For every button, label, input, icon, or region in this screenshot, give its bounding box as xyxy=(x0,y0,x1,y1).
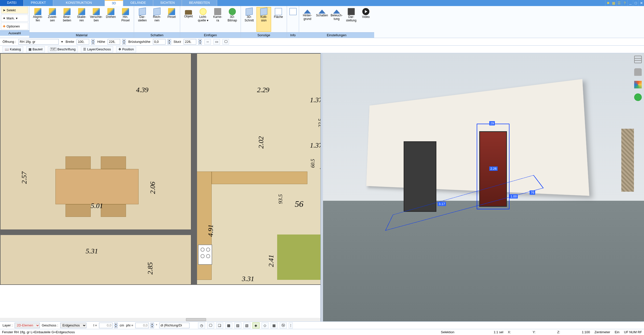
mark-label: Mark. xyxy=(7,16,15,20)
ribbon-material-0[interactable]: Abgrei-fen xyxy=(30,7,45,32)
ribbon-schatten-0[interactable]: Dar-stellen xyxy=(135,7,150,32)
tree-icon[interactable] xyxy=(634,93,642,101)
horizontal-scrollbar[interactable] xyxy=(0,318,320,321)
tab-gelaende[interactable]: GELÄNDE xyxy=(123,0,153,6)
ribbon-label: Drehen xyxy=(106,15,116,19)
grid-icon[interactable]: ▦ xyxy=(271,322,278,328)
tool-icon-3[interactable]: ☰ xyxy=(616,0,622,6)
bottom-toolbar: Layer : 2D-Elemen Geschoss : Erdgeschos … xyxy=(0,321,644,329)
ribbon-einfügen-0[interactable]: Objekt xyxy=(181,7,196,32)
l-up[interactable]: ▲ xyxy=(114,323,118,325)
ribbon-einstellungen-0[interactable]: Hinter-grund xyxy=(300,7,315,32)
height-up[interactable]: ▲ xyxy=(122,39,126,42)
screen-icon[interactable]: 🖵 xyxy=(207,322,214,328)
overlay-icon[interactable]: ◇ xyxy=(262,322,269,328)
tab-konstruktion[interactable]: KONSTRUKTION xyxy=(53,0,105,6)
l-input[interactable] xyxy=(99,323,113,328)
tab-3d[interactable]: 3D xyxy=(105,0,123,6)
ribbon-einstellungen-2[interactable]: Beleuch-tung xyxy=(329,7,344,32)
hflip-icon[interactable]: ↔ xyxy=(204,39,211,45)
layer-geschoss-button[interactable]: ☰Layer/Geschoss xyxy=(81,46,113,52)
view-splitter[interactable] xyxy=(321,53,323,321)
l-down[interactable]: ▼ xyxy=(114,325,118,328)
ribbon-material-3[interactable]: Skalie-ren xyxy=(74,7,89,32)
plan-view-2d[interactable]: 4.39 2.29 1.37 22.5 1.37 60.5 37 2.02 5.… xyxy=(0,53,321,321)
lintel-input[interactable] xyxy=(184,39,196,45)
tool-icon-1[interactable]: ✖ xyxy=(605,0,611,6)
palette-icon[interactable] xyxy=(634,81,642,88)
sill-up[interactable]: ▲ xyxy=(168,39,171,42)
hatch2-icon[interactable]: ▧ xyxy=(243,322,250,328)
dim-c: 1.37 xyxy=(310,96,321,104)
lintel-up[interactable]: ▲ xyxy=(198,39,202,42)
colorstack-icon[interactable]: ▩ xyxy=(225,322,232,328)
status-ein: Ein xyxy=(615,330,620,334)
select-button[interactable]: ➤ Selekt xyxy=(1,7,28,14)
ribbon-sonstige-2[interactable]: Fläche xyxy=(271,7,286,32)
options-button[interactable]: ✚ Optionen xyxy=(1,23,28,30)
ribbon-einstellungen-3[interactable]: Dar-stellung xyxy=(344,7,359,32)
tab-projekt[interactable]: PROJEKT xyxy=(24,0,53,6)
position-button[interactable]: ✥Position xyxy=(116,46,136,52)
ribbon-material-5[interactable]: Drehen xyxy=(104,7,118,32)
phi-up[interactable]: ▲ xyxy=(150,323,154,325)
katalog-button[interactable]: 📖Katalog xyxy=(3,46,23,52)
ribbon-material-1[interactable]: Zuwei-sen xyxy=(45,7,60,32)
dim-p: 3.31 xyxy=(242,275,254,283)
ribbon-einfügen-3[interactable]: 3D-Bitmap xyxy=(225,7,240,32)
book-icon: 📖 xyxy=(5,47,9,51)
height-down[interactable]: ▼ xyxy=(122,42,126,45)
opening-select[interactable] xyxy=(18,39,59,45)
tool-icon-2[interactable]: ▦ xyxy=(611,0,616,6)
more-icon[interactable]: ⋮ xyxy=(289,322,293,328)
square-icon[interactable]: ▭ xyxy=(213,39,220,45)
ribbon-einstellungen-1[interactable]: Schatten xyxy=(315,7,329,32)
ribbon-label: tung xyxy=(334,17,339,21)
ribbon-sonstige-1[interactable]: Kolli-sion xyxy=(256,7,271,32)
chevron-down-icon[interactable]: ▾ xyxy=(61,40,63,44)
info-button[interactable] xyxy=(288,7,298,32)
ribbon-material-4[interactable]: Verschie-ben xyxy=(89,7,104,32)
tab-sichten[interactable]: SICHTEN xyxy=(153,0,182,6)
hatch1-icon[interactable]: ▨ xyxy=(234,322,241,328)
layer-select[interactable]: 2D-Elemen xyxy=(15,323,40,328)
bauteil-button[interactable]: ▦Bauteil xyxy=(26,46,45,52)
width-down[interactable]: ▼ xyxy=(91,42,95,45)
layer3d-icon[interactable]: ◈ xyxy=(252,322,260,328)
sill-input[interactable] xyxy=(153,39,166,45)
north-icon[interactable]: Ⓝ xyxy=(280,322,287,328)
help-icon[interactable]: ? xyxy=(622,0,627,6)
sill-down[interactable]: ▼ xyxy=(168,42,171,45)
ribbon-sonstige-0[interactable]: 3D-Schnitt xyxy=(242,7,256,32)
phi-input[interactable] xyxy=(135,323,149,328)
beschriftung-button[interactable]: TXTBeschriftung xyxy=(48,46,78,52)
width-input[interactable] xyxy=(77,39,89,45)
ribbon-schatten-2[interactable]: Pinsel xyxy=(164,7,179,32)
house-icon xyxy=(333,10,340,14)
layers-icon[interactable] xyxy=(634,56,642,63)
ribbon-material-6[interactable]: Hin.Pinsel xyxy=(118,7,133,32)
furniture-icon[interactable] xyxy=(634,68,642,76)
monitor-icon[interactable]: 🖵 xyxy=(222,39,229,45)
mark-button[interactable]: ✦ Mark. ▾ xyxy=(1,15,28,22)
height-input[interactable] xyxy=(108,39,120,45)
ribbon-material-2[interactable]: Bear-beiten xyxy=(60,7,74,32)
clock-icon[interactable]: ◷ xyxy=(198,322,205,328)
ribbon-einfügen-1[interactable]: Licht-quelle ▾ xyxy=(196,7,210,32)
tab-datei[interactable]: DATEI xyxy=(0,0,24,6)
stack-icon[interactable]: ❏ xyxy=(216,322,223,328)
lintel-down[interactable]: ▼ xyxy=(198,42,202,45)
maximize-button[interactable]: □ xyxy=(633,0,638,6)
direction-input[interactable] xyxy=(159,323,189,328)
tab-bearbeiten[interactable]: BEARBEITEN xyxy=(182,0,217,6)
close-button[interactable]: ✕ xyxy=(638,0,644,6)
ribbon-einfügen-2[interactable]: Kame-ra xyxy=(210,7,225,32)
ribbon-einstellungen-4[interactable]: Video xyxy=(359,7,373,32)
cursor-icon: ➤ xyxy=(3,8,6,12)
width-up[interactable]: ▲ xyxy=(91,39,95,42)
minimize-button[interactable]: ＿ xyxy=(627,0,633,6)
floor-select[interactable]: Erdgeschos xyxy=(60,323,86,328)
phi-down[interactable]: ▼ xyxy=(150,325,154,328)
ribbon-schatten-1[interactable]: Rech-nen xyxy=(150,7,164,32)
perspective-view-3d[interactable]: 3.17 1.00 2.26 29 76 xyxy=(323,53,644,321)
